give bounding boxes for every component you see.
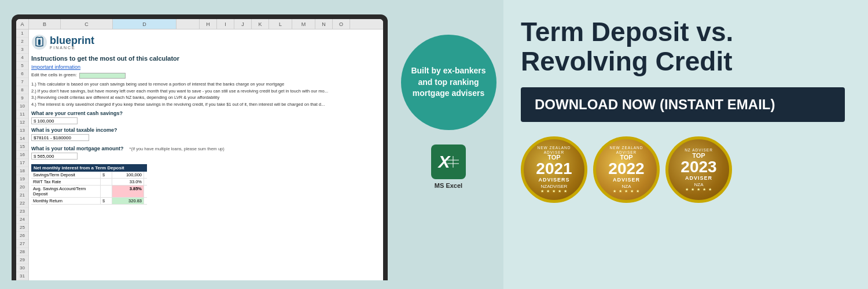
badge-arc-top-2021: NEW ZEALAND ADVISER [528, 146, 580, 155]
col-k: K [252, 19, 269, 29]
badge-2022: NEW ZEALAND ADVISER TOP 2022 ADVISER NZA… [593, 136, 660, 203]
title-line1: Term Deposit vs. [521, 17, 733, 47]
question-2-value: $78101 - $180000 [34, 135, 71, 140]
table-cell-value-4: 320.83 [112, 198, 144, 204]
table-row: Savings/Term Deposit $ 100,000 [31, 172, 147, 179]
question-1-label: What are your current cash savings? [31, 110, 381, 116]
badge-stars-2021: ★ ★ ★ ★ ★ [540, 189, 568, 194]
badge-year-2023: 2023 [681, 159, 716, 175]
col-i: I [217, 19, 234, 29]
col-j: J [234, 19, 252, 29]
spreadsheet-header: A B C D H I J K L M N O [16, 19, 383, 29]
col-o: O [333, 19, 350, 29]
table-row: RWT Tax Rate 33.0% [31, 179, 147, 186]
badge-nza-2022: NZA [622, 184, 631, 189]
col-a: A [16, 19, 29, 29]
col-h: H [200, 19, 217, 29]
question-2-label: What is your total taxable income? [31, 127, 381, 133]
download-normal: (INSTANT EMAIL) [656, 97, 775, 112]
spreadsheet-body: 1 2 3 4 5 6 7 8 9 10 11 12 13 14 15 16 1 [16, 29, 383, 280]
badge-2023: NZ ADVISER TOP 2023 ADVISER NZA ★ ★ ★ ★ … [665, 136, 732, 203]
laptop-outer: A B C D H I J K L M N O 1 2 3 4 [12, 14, 388, 280]
badge-stars-2022: ★ ★ ★ ★ ★ [613, 189, 640, 194]
edit-cells-input [79, 73, 126, 79]
table-row: Avg. Savings Account/Term Deposit 3.85% [31, 186, 147, 198]
excel-label: MS Excel [435, 182, 462, 189]
table-cell-label-2: RWT Tax Rate [31, 179, 101, 185]
badge-year-2022: 2022 [608, 161, 644, 177]
col-m: M [292, 19, 315, 29]
instruction-item-3: 3.) Revolving credit criterias are diffe… [31, 95, 381, 101]
excel-badge: X MS Excel [431, 144, 466, 189]
question-3-note: *(If you have multiple loans, please sum… [130, 146, 225, 151]
important-link[interactable]: Important information [31, 64, 381, 70]
col-n: N [315, 19, 333, 29]
excel-icon: X [431, 144, 466, 179]
question-2-input[interactable]: $78101 - $180000 [31, 134, 89, 141]
question-1-input[interactable]: $ 100,000 [31, 117, 78, 124]
badge-year-2021: 2021 [536, 161, 572, 177]
download-bold: DOWNLOAD NOW [535, 97, 656, 112]
badge-arc-top-2022: NEW ZEALAND ADVISER [601, 146, 652, 155]
laptop-screen: A B C D H I J K L M N O 1 2 3 4 [16, 19, 383, 280]
instructions-title: Instructions to get the most out of this… [31, 55, 381, 62]
download-text: DOWNLOAD NOW (INSTANT EMAIL) [535, 97, 775, 112]
center-panel: Built by ex-bankers and top ranking mort… [393, 0, 503, 289]
badge-nza-2021: NZADVISER [541, 184, 568, 189]
col-c: C [61, 19, 113, 29]
col-l: L [269, 19, 292, 29]
table-cell-label-1: Savings/Term Deposit [31, 172, 101, 178]
badges-row: NEW ZEALAND ADVISER TOP 2021 ADVISERS NZ… [521, 136, 845, 203]
right-panel: Term Deposit vs. Revolving Credit DOWNLO… [503, 0, 868, 289]
question-3-input[interactable]: $ 565,000 [31, 153, 78, 160]
net-monthly-table: Net monthly interest from a Term Deposit… [31, 164, 147, 205]
title-line2: Revolving Credit [521, 46, 733, 76]
teal-circle: Built by ex-bankers and top ranking mort… [401, 35, 496, 130]
blueprint-logo: blueprint FINANCE [31, 34, 381, 50]
col-b: B [29, 19, 61, 29]
question-3-value: 565,000 [37, 154, 54, 159]
table-cell-label-4: Monthly Return [31, 198, 101, 204]
instruction-item-4: 4.) The interest is only saved/not charg… [31, 102, 381, 108]
logo-text-main: blueprint [50, 35, 94, 46]
row-numbers: 1 2 3 4 5 6 7 8 9 10 11 12 13 14 15 16 1 [16, 29, 29, 280]
blueprint-logo-icon [31, 34, 47, 50]
instruction-item-2: 2.) If you don't have savings, but have … [31, 88, 381, 95]
edit-cells-label: Edit the cells in green: [31, 72, 77, 77]
table-cell-value-3: 3.85% [112, 186, 144, 197]
question-1-value: 100,000 [37, 118, 54, 124]
table-header: Net monthly interest from a Term Deposit [31, 164, 147, 172]
table-cell-value-1: 100,000 [112, 172, 144, 178]
left-panel: A B C D H I J K L M N O 1 2 3 4 [0, 0, 393, 289]
instruction-item-1: 1.) This calculator is based on your cas… [31, 81, 381, 88]
col-d: D [113, 19, 176, 29]
logo-text-sub: FINANCE [50, 46, 94, 50]
table-cell-label-3: Avg. Savings Account/Term Deposit [31, 186, 101, 197]
badge-2021: NEW ZEALAND ADVISER TOP 2021 ADVISERS NZ… [521, 136, 587, 203]
excel-table-icon [447, 156, 459, 168]
download-banner[interactable]: DOWNLOAD NOW (INSTANT EMAIL) [521, 87, 845, 122]
table-cell-value-2: 33.0% [112, 179, 144, 185]
question-3-label: What is your total mortgage amount? [31, 146, 124, 151]
badge-adviser-2023: ADVISER [685, 175, 712, 181]
col-e [176, 19, 200, 29]
page-title: Term Deposit vs. Revolving Credit [521, 17, 845, 76]
table-row: Monthly Return $ 320.83 [31, 198, 147, 205]
badge-adviser-2022: ADVISER [613, 177, 640, 183]
badge-adviser-2021: ADVISERS [538, 177, 569, 183]
spreadsheet-content: blueprint FINANCE Instructions to get th… [29, 29, 383, 280]
circle-text: Built by ex-bankers and top ranking mort… [410, 65, 488, 99]
badge-stars-2023: ★ ★ ★ ★ ★ [685, 187, 712, 192]
badge-nza-2023: NZA [694, 182, 704, 187]
